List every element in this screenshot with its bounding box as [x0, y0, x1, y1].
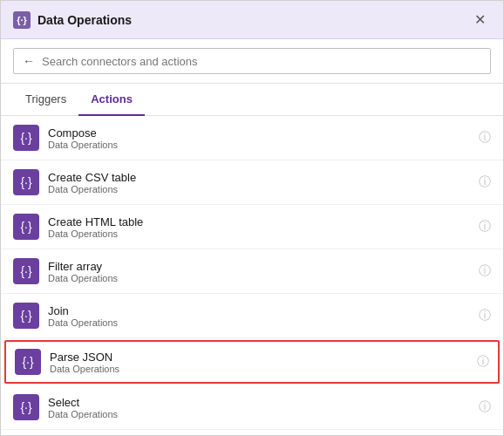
actions-list: {·} Compose Data Operations ⓘ {·} Create… [1, 116, 503, 435]
join-icon: {·} [13, 303, 39, 329]
parse-json-info-icon[interactable]: ⓘ [477, 354, 489, 370]
select-text: Select Data Operations [48, 396, 472, 419]
tabs-bar: Triggers Actions [1, 84, 503, 116]
curly-braces-icon: {·} [17, 15, 27, 25]
select-info-icon[interactable]: ⓘ [479, 399, 491, 415]
join-text: Join Data Operations [48, 304, 472, 328]
tab-triggers[interactable]: Triggers [13, 84, 78, 116]
search-input-wrap: ← [13, 48, 491, 74]
create-html-icon: {·} [13, 214, 39, 240]
filter-array-text: Filter array Data Operations [48, 260, 472, 283]
join-info-icon[interactable]: ⓘ [479, 308, 491, 324]
action-item-parse-json[interactable]: {·} Parse JSON Data Operations ⓘ [4, 340, 500, 384]
panel-title: Data Operations [37, 13, 132, 27]
header-left: {·} Data Operations [13, 11, 132, 29]
search-bar: ← [1, 39, 503, 84]
action-item-compose[interactable]: {·} Compose Data Operations ⓘ [1, 116, 503, 160]
search-input[interactable] [42, 55, 481, 68]
panel-icon: {·} [13, 11, 31, 29]
create-csv-icon: {·} [13, 169, 39, 195]
action-item-filter-array[interactable]: {·} Filter array Data Operations ⓘ [1, 249, 503, 294]
select-icon: {·} [13, 394, 39, 420]
create-csv-text: Create CSV table Data Operations [48, 171, 472, 194]
action-item-join[interactable]: {·} Join Data Operations ⓘ [1, 294, 503, 338]
create-html-info-icon[interactable]: ⓘ [479, 219, 491, 235]
panel-header: {·} Data Operations ✕ [1, 1, 503, 39]
back-arrow-icon[interactable]: ← [23, 54, 35, 68]
data-operations-panel: {·} Data Operations ✕ ← Triggers Actions… [0, 0, 504, 436]
compose-icon: {·} [13, 125, 39, 151]
action-item-create-csv-table[interactable]: {·} Create CSV table Data Operations ⓘ [1, 160, 503, 205]
create-html-text: Create HTML table Data Operations [48, 215, 472, 239]
close-button[interactable]: ✕ [469, 10, 491, 30]
tab-actions[interactable]: Actions [78, 84, 145, 116]
filter-array-info-icon[interactable]: ⓘ [479, 263, 491, 279]
filter-array-icon: {·} [13, 258, 39, 284]
parse-json-text: Parse JSON Data Operations [50, 351, 470, 374]
action-item-select[interactable]: {·} Select Data Operations ⓘ [1, 385, 503, 430]
compose-text: Compose Data Operations [48, 126, 472, 150]
action-item-create-html-table[interactable]: {·} Create HTML table Data Operations ⓘ [1, 205, 503, 249]
compose-info-icon[interactable]: ⓘ [479, 130, 491, 146]
create-csv-info-icon[interactable]: ⓘ [479, 174, 491, 190]
parse-json-icon: {·} [15, 349, 41, 375]
